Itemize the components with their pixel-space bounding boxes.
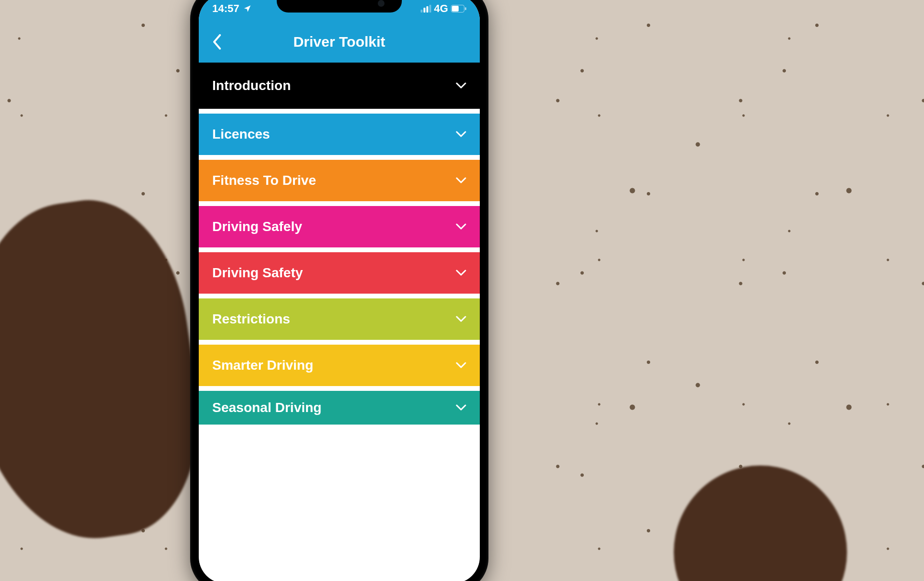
- hand-left: [0, 188, 215, 553]
- chevron-down-icon: [456, 362, 466, 369]
- hand-right: [674, 465, 847, 581]
- chevron-left-icon: [212, 34, 222, 50]
- location-icon: [243, 4, 252, 13]
- svg-rect-1: [424, 8, 425, 13]
- status-time: 14:57: [212, 2, 239, 15]
- chevron-down-icon: [456, 316, 466, 323]
- phone-notch: [277, 0, 402, 13]
- svg-rect-6: [465, 7, 466, 10]
- category-row-restrictions[interactable]: Restrictions: [199, 294, 480, 340]
- chevron-down-icon: [456, 177, 466, 184]
- status-right: 4G: [421, 2, 466, 15]
- phone-screen: 14:57 4G: [199, 0, 480, 581]
- chevron-down-icon: [456, 404, 466, 411]
- status-left: 14:57: [212, 2, 252, 15]
- app-header: Driver Toolkit: [199, 21, 480, 63]
- category-row-fitness-to-drive[interactable]: Fitness To Drive: [199, 155, 480, 201]
- category-row-driving-safely[interactable]: Driving Safely: [199, 201, 480, 247]
- chevron-down-icon: [456, 131, 466, 138]
- category-row-licences[interactable]: Licences: [199, 109, 480, 155]
- svg-rect-0: [421, 10, 423, 13]
- category-label: Driving Safety: [212, 265, 303, 281]
- chevron-down-icon: [456, 270, 466, 276]
- phone-frame: 14:57 4G: [190, 0, 488, 581]
- category-row-seasonal-driving[interactable]: Seasonal Driving: [199, 386, 480, 425]
- category-list: Introduction Licences Fitness To Drive D…: [199, 63, 480, 425]
- category-row-smarter-driving[interactable]: Smarter Driving: [199, 340, 480, 386]
- signal-icon: [421, 5, 431, 13]
- svg-rect-5: [452, 6, 459, 12]
- category-label: Smarter Driving: [212, 358, 313, 373]
- back-button[interactable]: [205, 30, 229, 53]
- svg-rect-2: [426, 6, 428, 13]
- category-row-driving-safety[interactable]: Driving Safety: [199, 247, 480, 294]
- category-label: Licences: [212, 127, 270, 142]
- category-label: Introduction: [212, 78, 291, 93]
- category-label: Fitness To Drive: [212, 173, 316, 188]
- svg-rect-3: [429, 5, 431, 13]
- status-network: 4G: [434, 2, 448, 15]
- page-title: Driver Toolkit: [199, 34, 480, 50]
- chevron-down-icon: [456, 82, 466, 89]
- battery-icon: [451, 5, 466, 13]
- category-label: Seasonal Driving: [212, 400, 321, 415]
- chevron-down-icon: [456, 223, 466, 230]
- category-label: Restrictions: [212, 311, 290, 327]
- category-label: Driving Safely: [212, 219, 302, 234]
- category-row-introduction[interactable]: Introduction: [199, 63, 480, 109]
